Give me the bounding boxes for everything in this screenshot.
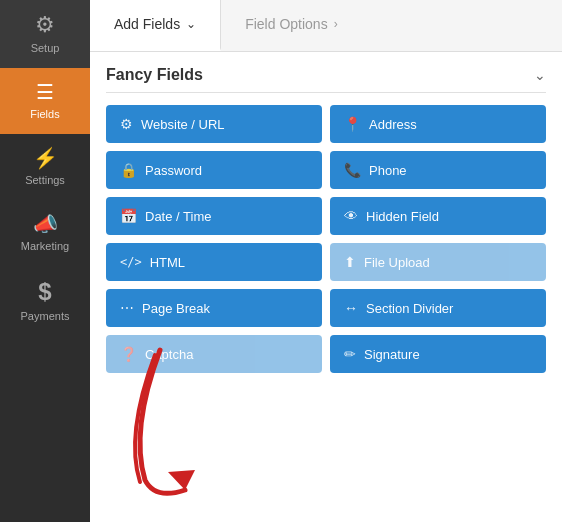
field-label-html: HTML bbox=[150, 255, 185, 270]
add-fields-label: Add Fields bbox=[114, 16, 180, 32]
field-btn-phone[interactable]: 📞 Phone bbox=[330, 151, 546, 189]
field-label-phone: Phone bbox=[369, 163, 407, 178]
settings-icon: ⚡ bbox=[33, 148, 58, 168]
chevron-right-icon: › bbox=[334, 17, 338, 31]
field-btn-hidden-field[interactable]: 👁 Hidden Field bbox=[330, 197, 546, 235]
field-label-password: Password bbox=[145, 163, 202, 178]
marketing-icon: 📣 bbox=[33, 214, 58, 234]
eye-slash-icon: 👁 bbox=[344, 208, 358, 224]
sidebar-label-setup: Setup bbox=[31, 42, 60, 54]
field-btn-website-url[interactable]: ⚙ Website / URL bbox=[106, 105, 322, 143]
calendar-icon: 📅 bbox=[120, 208, 137, 224]
phone-icon: 📞 bbox=[344, 162, 361, 178]
field-btn-captcha[interactable]: ❓ Captcha bbox=[106, 335, 322, 373]
signature-icon: ✏ bbox=[344, 346, 356, 362]
tab-bar: Add Fields ⌄ Field Options › bbox=[90, 0, 562, 52]
field-label-signature: Signature bbox=[364, 347, 420, 362]
sidebar-label-marketing: Marketing bbox=[21, 240, 69, 252]
link-icon: ⚙ bbox=[120, 116, 133, 132]
fields-grid: ⚙ Website / URL 📍 Address 🔒 Password 📞 P… bbox=[106, 105, 546, 373]
field-label-hidden-field: Hidden Field bbox=[366, 209, 439, 224]
section-chevron-icon[interactable]: ⌄ bbox=[534, 67, 546, 83]
field-label-file-upload: File Upload bbox=[364, 255, 430, 270]
field-btn-date-time[interactable]: 📅 Date / Time bbox=[106, 197, 322, 235]
field-label-captcha: Captcha bbox=[145, 347, 193, 362]
lock-icon: 🔒 bbox=[120, 162, 137, 178]
code-icon: </> bbox=[120, 255, 142, 269]
tab-field-options[interactable]: Field Options › bbox=[221, 0, 361, 51]
gear-icon: ⚙ bbox=[35, 14, 55, 36]
sidebar-item-settings[interactable]: ⚡ Settings bbox=[0, 134, 90, 200]
tab-add-fields[interactable]: Add Fields ⌄ bbox=[90, 0, 221, 51]
main-content: Add Fields ⌄ Field Options › Fancy Field… bbox=[90, 0, 562, 522]
field-btn-file-upload[interactable]: ⬆ File Upload bbox=[330, 243, 546, 281]
upload-icon: ⬆ bbox=[344, 254, 356, 270]
field-label-address: Address bbox=[369, 117, 417, 132]
sidebar-item-fields[interactable]: ☰ Fields bbox=[0, 68, 90, 134]
sidebar-label-settings: Settings bbox=[25, 174, 65, 186]
section-divider-icon: ↔ bbox=[344, 300, 358, 316]
fields-section: Fancy Fields ⌄ ⚙ Website / URL 📍 Address… bbox=[90, 52, 562, 522]
section-title: Fancy Fields bbox=[106, 66, 203, 84]
sidebar-item-marketing[interactable]: 📣 Marketing bbox=[0, 200, 90, 266]
field-btn-address[interactable]: 📍 Address bbox=[330, 105, 546, 143]
field-btn-section-divider[interactable]: ↔ Section Divider bbox=[330, 289, 546, 327]
captcha-icon: ❓ bbox=[120, 346, 137, 362]
sidebar-label-fields: Fields bbox=[30, 108, 59, 120]
field-label-website-url: Website / URL bbox=[141, 117, 225, 132]
field-btn-html[interactable]: </> HTML bbox=[106, 243, 322, 281]
sidebar: ⚙ Setup ☰ Fields ⚡ Settings 📣 Marketing … bbox=[0, 0, 90, 522]
field-options-label: Field Options bbox=[245, 16, 327, 32]
field-btn-signature[interactable]: ✏ Signature bbox=[330, 335, 546, 373]
field-btn-password[interactable]: 🔒 Password bbox=[106, 151, 322, 189]
section-header: Fancy Fields ⌄ bbox=[106, 66, 546, 93]
sidebar-item-payments[interactable]: $ Payments bbox=[0, 266, 90, 336]
address-icon: 📍 bbox=[344, 116, 361, 132]
fields-icon: ☰ bbox=[36, 82, 54, 102]
payments-icon: $ bbox=[38, 280, 51, 304]
chevron-down-icon: ⌄ bbox=[186, 17, 196, 31]
sidebar-label-payments: Payments bbox=[21, 310, 70, 322]
field-label-date-time: Date / Time bbox=[145, 209, 211, 224]
field-btn-page-break[interactable]: ⋯ Page Break bbox=[106, 289, 322, 327]
field-label-page-break: Page Break bbox=[142, 301, 210, 316]
page-break-icon: ⋯ bbox=[120, 300, 134, 316]
sidebar-item-setup[interactable]: ⚙ Setup bbox=[0, 0, 90, 68]
field-label-section-divider: Section Divider bbox=[366, 301, 453, 316]
